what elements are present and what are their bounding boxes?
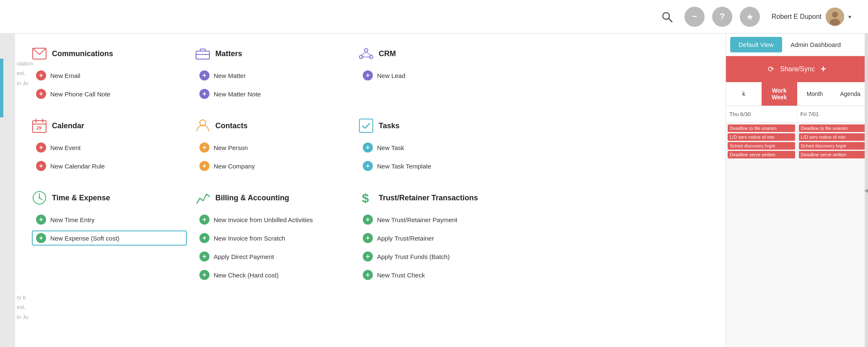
label-apply-trust-retainer: Apply Trust/Retainer (377, 235, 434, 242)
menu-item-apply-trust-funds-batch[interactable]: + Apply Trust Funds (Batch) (359, 249, 514, 264)
menu-item-new-matter-note[interactable]: + New Matter Note (195, 86, 350, 101)
plus-icon-new-time-entry: + (36, 215, 46, 225)
menu-item-new-lead[interactable]: + New Lead (359, 68, 514, 83)
label-new-time-entry: New Time Entry (50, 216, 95, 223)
user-dropdown-arrow: ▾ (848, 13, 851, 20)
menu-item-apply-trust-retainer[interactable]: + Apply Trust/Retainer (359, 230, 514, 246)
svg-line-12 (366, 52, 371, 55)
svg-rect-6 (196, 51, 209, 59)
menu-item-new-task[interactable]: + New Task (359, 140, 514, 155)
section-title-communications: Communications (52, 49, 113, 58)
cal-tab-month[interactable]: Month (797, 82, 833, 106)
cal-tab-agenda[interactable]: Agenda (832, 82, 868, 106)
calendar-nav-tabs: k Work Week Month Agenda (726, 82, 868, 106)
navbar: − ? ★ Robert E Dupont ▾ (0, 0, 868, 34)
tab-admin-dashboard[interactable]: Admin Dashboard (782, 37, 849, 52)
sidebar-blue-indicator (0, 59, 3, 117)
menu-item-new-calendar-rule[interactable]: + New Calendar Rule (32, 158, 187, 174)
cal-event-7[interactable]: Sched discovery hrg/e (799, 142, 866, 150)
menu-section-calendar: 29 Calendar + New Event + New Calendar R… (32, 118, 187, 174)
cal-tab-k[interactable]: k (726, 82, 762, 106)
section-header-calendar: 29 Calendar (32, 118, 187, 133)
left-sidebar-strip (0, 34, 15, 347)
cal-event-3[interactable]: Sched discovery hrg/e (728, 142, 795, 150)
tab-default-view[interactable]: Default View (730, 37, 782, 52)
svg-point-4 (830, 19, 840, 26)
label-new-trust-check: New Trust Check (377, 272, 425, 279)
bg-text-bottom-2: est, (17, 302, 28, 312)
menu-item-new-task-template[interactable]: + New Task Template (359, 158, 514, 174)
plus-icon-new-phone-call-note: + (36, 89, 46, 99)
resize-handle[interactable]: ◀ (865, 34, 868, 347)
cal-day-header-fri: Fri 7/01 (797, 106, 868, 122)
plus-icon-apply-trust-retainer: + (363, 233, 373, 243)
label-apply-direct-payment: Apply Direct Payment (214, 253, 274, 260)
svg-text:29: 29 (36, 125, 41, 130)
help-button[interactable]: ? (712, 7, 732, 27)
label-new-event: New Event (50, 144, 81, 151)
section-title-time-expense: Time & Expense (52, 194, 110, 202)
menu-item-new-check-hard-cost[interactable]: + New Check (Hard cost) (195, 267, 350, 282)
cal-tab-work-week[interactable]: Work Week (762, 82, 797, 106)
plus-icon-apply-direct-payment: + (199, 251, 209, 262)
menu-item-new-trust-payment[interactable]: + New Trust/Retainer Payment (359, 212, 514, 227)
avatar (826, 8, 844, 26)
menu-item-new-phone-call-note[interactable]: + New Phone Call Note (32, 86, 187, 101)
plus-icon-apply-trust-funds-batch: + (363, 251, 373, 262)
section-header-trust-retainer: $ Trust/Retainer Transactions (359, 190, 514, 205)
label-new-person: New Person (214, 144, 248, 151)
bg-text-1: ulation (17, 59, 33, 68)
favorites-button[interactable]: ★ (740, 7, 760, 27)
share-sync-label: Share/Sync (780, 65, 815, 73)
search-button[interactable] (657, 7, 677, 27)
label-new-lead: New Lead (377, 72, 406, 79)
menu-grid: Communications + New Email + New Phone C… (32, 46, 514, 282)
cal-event-4[interactable]: Deadline serve written (728, 151, 795, 158)
calendar-icon: 29 (32, 118, 47, 133)
label-apply-trust-funds-batch: Apply Trust Funds (Batch) (377, 253, 450, 260)
menu-item-new-email[interactable]: + New Email (32, 68, 187, 83)
bg-text-3: in Ju (17, 78, 33, 88)
menu-item-new-expense-soft-cost[interactable]: + New Expense (Soft cost) (32, 230, 187, 246)
menu-item-apply-direct-payment[interactable]: + Apply Direct Payment (195, 249, 350, 264)
menu-item-new-invoice-unbilled[interactable]: + New Invoice from Unbilled Activities (195, 212, 350, 227)
section-title-tasks: Tasks (379, 122, 400, 130)
cal-event-6[interactable]: L/D serv notice of mtn (799, 133, 866, 141)
menu-section-crm: CRM + New Lead (359, 46, 514, 101)
dropdown-menu-panel: ulation est, in Ju ry b est, in Ju Co (15, 34, 726, 347)
cal-event-2[interactable]: L/D serv notice of mtn (728, 133, 795, 141)
section-header-time-expense: Time & Expense (32, 190, 187, 205)
menu-item-new-event[interactable]: + New Event (32, 140, 187, 155)
cal-event-1[interactable]: Deadline to file unanim (728, 124, 795, 132)
label-new-check-hard-cost: New Check (Hard cost) (214, 272, 279, 279)
menu-section-contacts: Contacts + New Person + New Company (195, 118, 350, 174)
menu-item-new-trust-check[interactable]: + New Trust Check (359, 267, 514, 282)
share-sync-bar[interactable]: ⟳ Share/Sync + (726, 56, 868, 82)
svg-point-8 (364, 49, 368, 52)
svg-point-19 (200, 120, 206, 126)
section-header-matters: Matters (195, 46, 350, 61)
calendar-events: Deadline to file unanim L/D serv notice … (726, 123, 868, 347)
menu-section-tasks: Tasks + New Task + New Task Template (359, 118, 514, 174)
menu-item-new-person[interactable]: + New Person (195, 140, 350, 155)
briefcase-icon (195, 46, 210, 61)
menu-item-new-company[interactable]: + New Company (195, 158, 350, 174)
plus-icon-new-task: + (363, 142, 373, 153)
menu-item-new-time-entry[interactable]: + New Time Entry (32, 212, 187, 227)
network-icon (359, 46, 374, 61)
section-header-billing-accounting: Billing & Accounting (195, 190, 350, 205)
label-new-matter-note: New Matter Note (214, 91, 261, 98)
cal-day-header-thu: Thu 6/30 (726, 106, 797, 122)
label-new-task: New Task (377, 144, 404, 151)
plus-icon-new-invoice-scratch: + (199, 233, 209, 243)
minus-button[interactable]: − (685, 7, 705, 27)
svg-line-11 (361, 52, 366, 55)
menu-item-new-matter[interactable]: + New Matter (195, 68, 350, 83)
user-menu[interactable]: Robert E Dupont ▾ (772, 8, 851, 26)
menu-section-trust-retainer: $ Trust/Retainer Transactions + New Trus… (359, 190, 514, 282)
cal-event-5[interactable]: Deadline to file unanim (799, 124, 866, 132)
cal-event-8[interactable]: Deadline serve written (799, 151, 866, 158)
section-title-crm: CRM (379, 49, 396, 58)
menu-item-new-invoice-scratch[interactable]: + New Invoice from Scratch (195, 230, 350, 246)
label-new-email: New Email (50, 72, 80, 79)
